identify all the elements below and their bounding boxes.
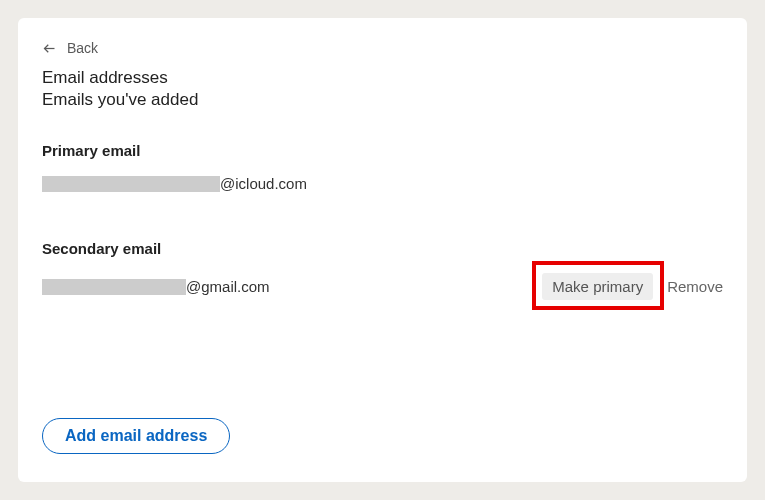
- primary-email-domain: @icloud.com: [220, 175, 307, 192]
- arrow-left-icon: [42, 41, 57, 56]
- back-label: Back: [67, 40, 98, 56]
- add-email-button[interactable]: Add email address: [42, 418, 230, 454]
- secondary-email-section: Secondary email @gmail.com Make primary …: [42, 240, 723, 300]
- remove-link[interactable]: Remove: [667, 278, 723, 295]
- secondary-email-actions: Make primary Remove: [542, 273, 723, 300]
- secondary-email-value: @gmail.com: [42, 278, 270, 295]
- settings-card: Back Email addresses Emails you've added…: [18, 18, 747, 482]
- secondary-email-label: Secondary email: [42, 240, 723, 257]
- back-button[interactable]: Back: [42, 40, 98, 56]
- secondary-email-domain: @gmail.com: [186, 278, 270, 295]
- page-subtitle: Emails you've added: [42, 90, 723, 110]
- secondary-email-row: @gmail.com Make primary Remove: [42, 273, 723, 300]
- primary-email-label: Primary email: [42, 142, 723, 159]
- primary-email-section: Primary email @icloud.com: [42, 142, 723, 192]
- redacted-local-part: [42, 176, 220, 192]
- primary-email-value: @icloud.com: [42, 175, 307, 192]
- redacted-local-part: [42, 279, 186, 295]
- page-title: Email addresses: [42, 68, 723, 88]
- make-primary-button[interactable]: Make primary: [542, 273, 653, 300]
- primary-email-row: @icloud.com: [42, 175, 723, 192]
